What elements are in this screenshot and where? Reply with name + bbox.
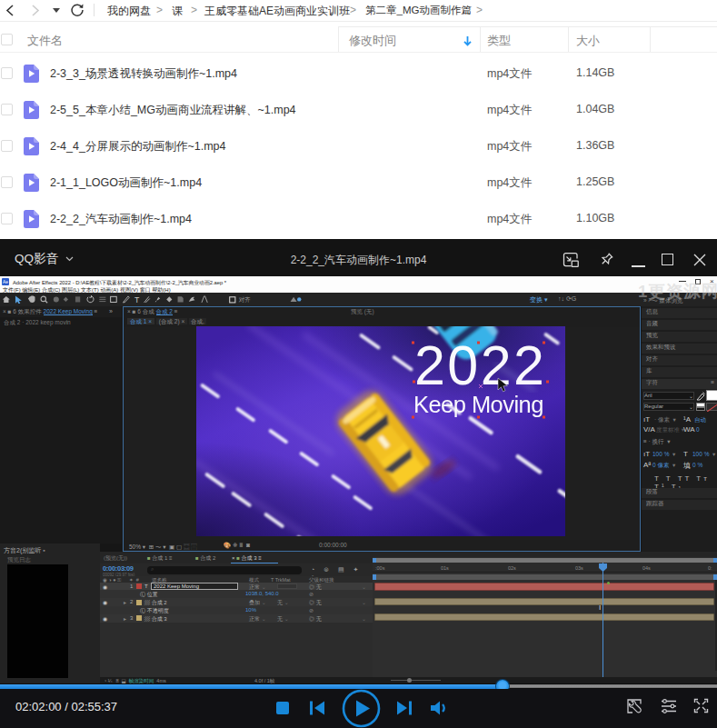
svg-text:Keep Moving: Keep Moving <box>413 392 543 417</box>
svg-text:T: T <box>134 295 140 304</box>
svg-text:对齐: 对齐 <box>238 296 251 303</box>
